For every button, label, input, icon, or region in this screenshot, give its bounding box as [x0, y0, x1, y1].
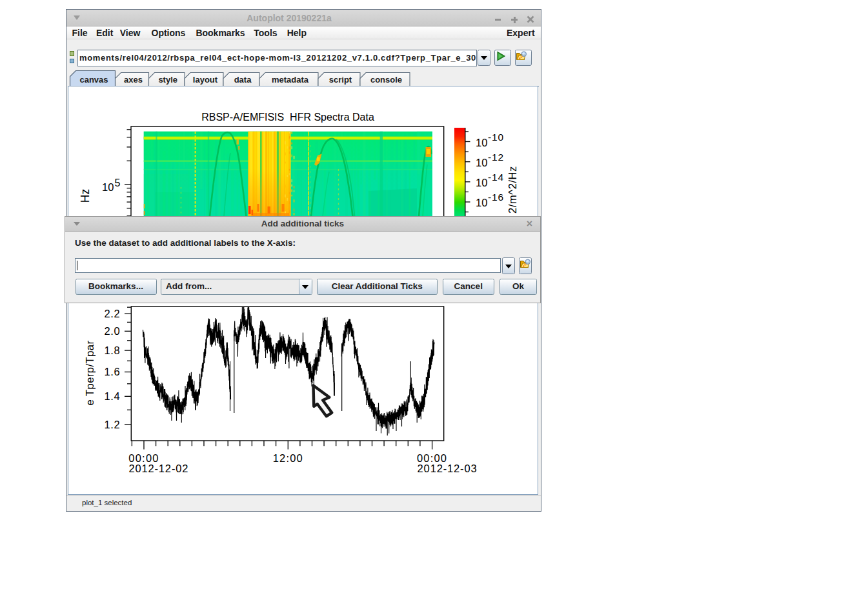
svg-text:axes: axes [124, 75, 143, 85]
svg-text:layout: layout [193, 75, 218, 85]
svg-text:metadata: metadata [272, 75, 309, 85]
svg-text:data: data [234, 75, 252, 85]
svg-text:console: console [370, 75, 402, 85]
svg-text:canvas: canvas [79, 75, 108, 85]
svg-text:style: style [158, 75, 177, 85]
svg-text:script: script [329, 75, 352, 85]
